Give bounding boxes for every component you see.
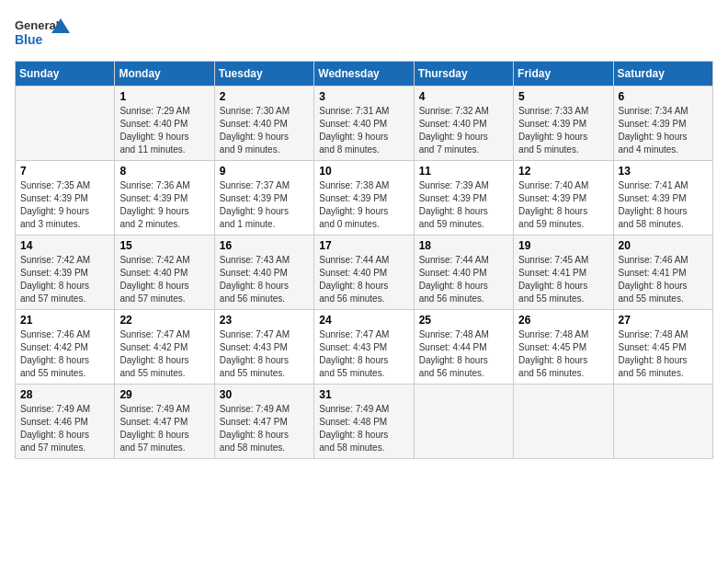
day-info: Sunrise: 7:48 AM Sunset: 4:44 PM Dayligh… xyxy=(419,329,489,378)
logo: General Blue xyxy=(15,15,70,52)
day-number: 22 xyxy=(119,314,209,327)
day-number: 29 xyxy=(119,388,209,401)
day-number: 11 xyxy=(419,165,508,178)
day-info: Sunrise: 7:49 AM Sunset: 4:47 PM Dayligh… xyxy=(220,404,290,453)
day-info: Sunrise: 7:49 AM Sunset: 4:47 PM Dayligh… xyxy=(119,404,189,453)
day-number: 30 xyxy=(220,388,309,401)
day-number: 16 xyxy=(220,239,309,252)
header-thursday: Thursday xyxy=(414,62,513,86)
day-number: 2 xyxy=(220,90,309,103)
day-number: 20 xyxy=(619,239,708,252)
calendar-cell: 2Sunrise: 7:30 AM Sunset: 4:40 PM Daylig… xyxy=(214,86,313,161)
day-info: Sunrise: 7:31 AM Sunset: 4:40 PM Dayligh… xyxy=(319,106,389,155)
calendar-cell: 28Sunrise: 7:49 AM Sunset: 4:46 PM Dayli… xyxy=(16,385,115,459)
day-info: Sunrise: 7:36 AM Sunset: 4:39 PM Dayligh… xyxy=(119,180,189,229)
day-info: Sunrise: 7:45 AM Sunset: 4:41 PM Dayligh… xyxy=(518,255,588,304)
day-number: 14 xyxy=(20,239,109,252)
day-info: Sunrise: 7:42 AM Sunset: 4:40 PM Dayligh… xyxy=(119,255,189,304)
calendar-table: SundayMondayTuesdayWednesdayThursdayFrid… xyxy=(15,61,713,459)
day-info: Sunrise: 7:34 AM Sunset: 4:39 PM Dayligh… xyxy=(619,106,688,155)
calendar-cell: 26Sunrise: 7:48 AM Sunset: 4:45 PM Dayli… xyxy=(514,310,613,385)
calendar-header-row: SundayMondayTuesdayWednesdayThursdayFrid… xyxy=(16,62,713,86)
calendar-cell: 16Sunrise: 7:43 AM Sunset: 4:40 PM Dayli… xyxy=(214,236,313,310)
calendar-cell: 5Sunrise: 7:33 AM Sunset: 4:39 PM Daylig… xyxy=(514,86,613,161)
page-header: General Blue xyxy=(15,15,713,52)
day-info: Sunrise: 7:46 AM Sunset: 4:42 PM Dayligh… xyxy=(20,329,90,378)
day-info: Sunrise: 7:38 AM Sunset: 4:39 PM Dayligh… xyxy=(319,180,389,229)
calendar-week-row: 1Sunrise: 7:29 AM Sunset: 4:40 PM Daylig… xyxy=(16,86,713,161)
day-info: Sunrise: 7:29 AM Sunset: 4:40 PM Dayligh… xyxy=(119,106,189,155)
day-number: 24 xyxy=(319,314,408,327)
calendar-cell: 22Sunrise: 7:47 AM Sunset: 4:42 PM Dayli… xyxy=(115,310,214,385)
day-info: Sunrise: 7:40 AM Sunset: 4:39 PM Dayligh… xyxy=(518,180,588,229)
svg-text:Blue: Blue xyxy=(15,32,43,47)
day-number: 4 xyxy=(419,90,508,103)
day-info: Sunrise: 7:42 AM Sunset: 4:39 PM Dayligh… xyxy=(20,255,90,304)
day-number: 1 xyxy=(119,90,209,103)
header-wednesday: Wednesday xyxy=(314,62,414,86)
day-info: Sunrise: 7:33 AM Sunset: 4:39 PM Dayligh… xyxy=(518,106,588,155)
day-number: 8 xyxy=(119,165,209,178)
day-number: 26 xyxy=(518,314,608,327)
day-info: Sunrise: 7:47 AM Sunset: 4:42 PM Dayligh… xyxy=(119,329,189,378)
day-info: Sunrise: 7:43 AM Sunset: 4:40 PM Dayligh… xyxy=(220,255,290,304)
calendar-cell: 31Sunrise: 7:49 AM Sunset: 4:48 PM Dayli… xyxy=(314,385,414,459)
calendar-cell: 3Sunrise: 7:31 AM Sunset: 4:40 PM Daylig… xyxy=(314,86,414,161)
day-number: 6 xyxy=(619,90,708,103)
day-info: Sunrise: 7:32 AM Sunset: 4:40 PM Dayligh… xyxy=(419,106,489,155)
calendar-cell: 24Sunrise: 7:47 AM Sunset: 4:43 PM Dayli… xyxy=(314,310,414,385)
calendar-cell: 9Sunrise: 7:37 AM Sunset: 4:39 PM Daylig… xyxy=(214,161,313,236)
header-saturday: Saturday xyxy=(613,62,712,86)
day-number: 12 xyxy=(518,165,608,178)
day-info: Sunrise: 7:49 AM Sunset: 4:48 PM Dayligh… xyxy=(319,404,389,453)
day-info: Sunrise: 7:44 AM Sunset: 4:40 PM Dayligh… xyxy=(319,255,389,304)
day-number: 10 xyxy=(319,165,408,178)
day-number: 31 xyxy=(319,388,408,401)
calendar-cell: 21Sunrise: 7:46 AM Sunset: 4:42 PM Dayli… xyxy=(16,310,115,385)
calendar-cell xyxy=(414,385,513,459)
day-number: 5 xyxy=(518,90,608,103)
calendar-cell xyxy=(16,86,115,161)
day-number: 15 xyxy=(119,239,209,252)
day-info: Sunrise: 7:35 AM Sunset: 4:39 PM Dayligh… xyxy=(20,180,90,229)
day-number: 18 xyxy=(419,239,508,252)
calendar-cell xyxy=(514,385,613,459)
day-number: 28 xyxy=(20,388,109,401)
day-number: 27 xyxy=(619,314,708,327)
day-number: 3 xyxy=(319,90,408,103)
svg-text:General: General xyxy=(15,18,59,32)
day-info: Sunrise: 7:37 AM Sunset: 4:39 PM Dayligh… xyxy=(220,180,290,229)
day-number: 21 xyxy=(20,314,109,327)
calendar-cell: 25Sunrise: 7:48 AM Sunset: 4:44 PM Dayli… xyxy=(414,310,513,385)
day-info: Sunrise: 7:30 AM Sunset: 4:40 PM Dayligh… xyxy=(220,106,290,155)
calendar-cell: 11Sunrise: 7:39 AM Sunset: 4:39 PM Dayli… xyxy=(414,161,513,236)
day-info: Sunrise: 7:44 AM Sunset: 4:40 PM Dayligh… xyxy=(419,255,489,304)
calendar-cell: 19Sunrise: 7:45 AM Sunset: 4:41 PM Dayli… xyxy=(514,236,613,310)
day-number: 7 xyxy=(20,165,109,178)
calendar-cell: 13Sunrise: 7:41 AM Sunset: 4:39 PM Dayli… xyxy=(613,161,712,236)
calendar-cell: 27Sunrise: 7:48 AM Sunset: 4:45 PM Dayli… xyxy=(613,310,712,385)
day-number: 19 xyxy=(518,239,608,252)
calendar-week-row: 21Sunrise: 7:46 AM Sunset: 4:42 PM Dayli… xyxy=(16,310,713,385)
day-info: Sunrise: 7:48 AM Sunset: 4:45 PM Dayligh… xyxy=(619,329,688,378)
header-sunday: Sunday xyxy=(16,62,115,86)
calendar-cell: 4Sunrise: 7:32 AM Sunset: 4:40 PM Daylig… xyxy=(414,86,513,161)
calendar-cell: 7Sunrise: 7:35 AM Sunset: 4:39 PM Daylig… xyxy=(16,161,115,236)
calendar-cell: 8Sunrise: 7:36 AM Sunset: 4:39 PM Daylig… xyxy=(115,161,214,236)
day-info: Sunrise: 7:49 AM Sunset: 4:46 PM Dayligh… xyxy=(20,404,90,453)
day-info: Sunrise: 7:46 AM Sunset: 4:41 PM Dayligh… xyxy=(619,255,688,304)
calendar-cell: 12Sunrise: 7:40 AM Sunset: 4:39 PM Dayli… xyxy=(514,161,613,236)
calendar-cell: 15Sunrise: 7:42 AM Sunset: 4:40 PM Dayli… xyxy=(115,236,214,310)
calendar-cell: 6Sunrise: 7:34 AM Sunset: 4:39 PM Daylig… xyxy=(613,86,712,161)
day-info: Sunrise: 7:47 AM Sunset: 4:43 PM Dayligh… xyxy=(319,329,389,378)
day-number: 23 xyxy=(220,314,309,327)
header-monday: Monday xyxy=(115,62,214,86)
day-info: Sunrise: 7:41 AM Sunset: 4:39 PM Dayligh… xyxy=(619,180,688,229)
calendar-cell: 18Sunrise: 7:44 AM Sunset: 4:40 PM Dayli… xyxy=(414,236,513,310)
day-number: 17 xyxy=(319,239,408,252)
calendar-cell: 17Sunrise: 7:44 AM Sunset: 4:40 PM Dayli… xyxy=(314,236,414,310)
day-info: Sunrise: 7:47 AM Sunset: 4:43 PM Dayligh… xyxy=(220,329,290,378)
calendar-cell: 30Sunrise: 7:49 AM Sunset: 4:47 PM Dayli… xyxy=(214,385,313,459)
calendar-cell: 10Sunrise: 7:38 AM Sunset: 4:39 PM Dayli… xyxy=(314,161,414,236)
calendar-cell: 23Sunrise: 7:47 AM Sunset: 4:43 PM Dayli… xyxy=(214,310,313,385)
